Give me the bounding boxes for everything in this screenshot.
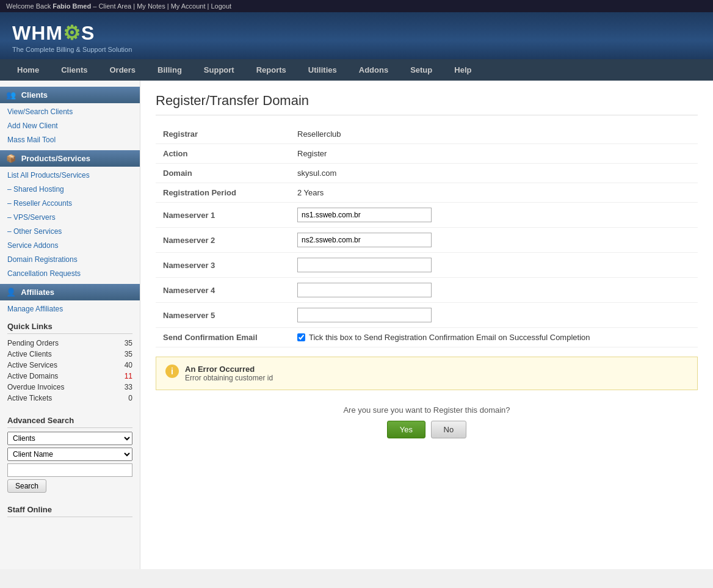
quick-links: Quick Links Pending Orders 35 Active Cli… (0, 316, 140, 410)
nav-clients[interactable]: Clients (50, 59, 98, 81)
ql-overdue-invoices-count: 33 (125, 383, 132, 391)
sidebar-item-manage-affiliates[interactable]: Manage Affiliates (0, 302, 140, 316)
email-checkbox[interactable] (297, 333, 305, 341)
advanced-search: Advanced Search Clients Client Name Sear… (0, 410, 140, 499)
ns2-label: Nameserver 2 (156, 228, 290, 253)
main-layout: 👥 Clients View/Search Clients Add New Cl… (0, 81, 713, 569)
ql-active-services: Active Services 40 (7, 360, 132, 371)
sidebar: 👥 Clients View/Search Clients Add New Cl… (0, 81, 140, 569)
logo-text: WHM⚙S (12, 21, 95, 45)
error-message: Error obtaining customer id (185, 374, 273, 382)
sidebar-item-service-addons[interactable]: Service Addons (0, 238, 140, 252)
ql-active-services-label: Active Services (7, 361, 57, 369)
sidebar-item-mass-mail[interactable]: Mass Mail Tool (0, 132, 140, 147)
sidebar-item-shared-hosting[interactable]: – Shared Hosting (0, 182, 140, 196)
domain-label: Domain (156, 164, 290, 183)
quick-links-title: Quick Links (7, 322, 132, 334)
email-label: Send Confirmation Email (156, 328, 290, 347)
topbar: Welcome Back Fabio Bmed – Client Area | … (0, 0, 713, 12)
ql-active-clients: Active Clients 35 (7, 349, 132, 360)
logo: WHM⚙S The Complete Billing & Support Sol… (12, 21, 132, 53)
sidebar-item-add-client[interactable]: Add New Client (0, 118, 140, 132)
adv-search-button[interactable]: Search (7, 479, 46, 493)
sidebar-item-reseller[interactable]: – Reseller Accounts (0, 196, 140, 210)
content-area: Register/Transfer Domain Registrar Resel… (140, 81, 713, 569)
nav-help[interactable]: Help (443, 59, 482, 81)
ns2-input[interactable] (297, 233, 432, 247)
ns1-label: Nameserver 1 (156, 203, 290, 228)
ql-active-domains: Active Domains 11 (7, 371, 132, 382)
sidebar-item-other-services[interactable]: – Other Services (0, 224, 140, 238)
form-row-reg-period: Registration Period 2 Years (156, 183, 698, 203)
nav-reports[interactable]: Reports (245, 59, 297, 81)
header: WHM⚙S The Complete Billing & Support Sol… (0, 12, 713, 59)
username-link[interactable]: Fabio Bmed (52, 2, 91, 10)
my-notes-link[interactable]: My Notes (137, 2, 165, 10)
ql-active-clients-label: Active Clients (7, 350, 52, 358)
registrar-value: Resellerclub (290, 125, 698, 144)
ql-active-clients-count: 35 (125, 350, 132, 358)
action-value: Register (290, 144, 698, 164)
ns4-input[interactable] (297, 283, 432, 297)
nav: Home Clients Orders Billing Support Repo… (0, 59, 713, 81)
ns5-input[interactable] (297, 308, 432, 322)
form-row-ns2: Nameserver 2 (156, 228, 698, 253)
ql-overdue-invoices: Overdue Invoices 33 (7, 382, 132, 393)
form-row-email: Send Confirmation Email Tick this box to… (156, 328, 698, 347)
client-area-link[interactable]: Client Area (98, 2, 131, 10)
logout-link[interactable]: Logout (211, 2, 232, 10)
affiliates-section-header: 👤 Affiliates (0, 284, 140, 300)
products-header-label: Products/Services (21, 154, 90, 163)
ql-active-tickets-count: 0 (128, 394, 132, 402)
affiliates-header-label: Affiliates (21, 288, 54, 297)
nav-setup[interactable]: Setup (399, 59, 443, 81)
welcome-text: Welcome Back Fabio Bmed – Client Area | … (6, 2, 231, 10)
ns3-label: Nameserver 3 (156, 253, 290, 278)
sidebar-item-list-products[interactable]: List All Products/Services (0, 168, 140, 182)
error-box: i An Error Occurred Error obtaining cust… (156, 357, 698, 390)
no-button[interactable]: No (431, 421, 467, 438)
clients-icon: 👥 (6, 90, 16, 100)
domain-form-table: Registrar Resellerclub Action Register D… (156, 125, 698, 347)
yes-button[interactable]: Yes (387, 421, 425, 438)
form-row-action: Action Register (156, 144, 698, 164)
sidebar-item-domain-registrations[interactable]: Domain Registrations (0, 252, 140, 266)
page-title: Register/Transfer Domain (156, 93, 698, 115)
ql-active-tickets-label: Active Tickets (7, 394, 52, 402)
action-label: Action (156, 144, 290, 164)
form-row-ns4: Nameserver 4 (156, 278, 698, 303)
nav-support[interactable]: Support (193, 59, 245, 81)
affiliates-icon: 👤 (6, 288, 16, 297)
staff-online: Staff Online (0, 499, 140, 523)
sidebar-item-cancellation[interactable]: Cancellation Requests (0, 266, 140, 280)
ns4-label: Nameserver 4 (156, 278, 290, 303)
ns1-input[interactable] (297, 208, 432, 222)
ql-pending-orders: Pending Orders 35 (7, 338, 132, 349)
nav-addons[interactable]: Addons (348, 59, 399, 81)
confirm-question: Are you sure you want to Register this d… (156, 405, 698, 415)
error-icon: i (165, 365, 179, 378)
nav-utilities[interactable]: Utilities (297, 59, 348, 81)
reg-period-value: 2 Years (290, 183, 698, 203)
sidebar-item-vps[interactable]: – VPS/Servers (0, 210, 140, 224)
adv-search-input[interactable] (7, 463, 132, 477)
email-checkbox-text: Tick this box to Send Registration Confi… (309, 333, 590, 342)
error-title: An Error Occurred (185, 365, 273, 374)
advanced-search-title: Advanced Search (7, 416, 132, 428)
form-row-registrar: Registrar Resellerclub (156, 125, 698, 144)
nav-billing[interactable]: Billing (147, 59, 193, 81)
nav-home[interactable]: Home (6, 59, 50, 81)
staff-online-title: Staff Online (7, 505, 132, 517)
ql-active-services-count: 40 (125, 361, 132, 369)
form-row-domain: Domain skysul.com (156, 164, 698, 183)
adv-search-field-select[interactable]: Client Name (7, 448, 132, 461)
sidebar-item-view-clients[interactable]: View/Search Clients (0, 104, 140, 118)
ns3-input[interactable] (297, 258, 432, 272)
reg-period-label: Registration Period (156, 183, 290, 203)
confirm-area: Are you sure you want to Register this d… (156, 399, 698, 448)
ql-pending-orders-label: Pending Orders (7, 339, 59, 347)
form-row-ns5: Nameserver 5 (156, 303, 698, 328)
nav-orders[interactable]: Orders (98, 59, 147, 81)
my-account-link[interactable]: My Account (171, 2, 206, 10)
adv-search-type-select[interactable]: Clients (7, 432, 132, 445)
